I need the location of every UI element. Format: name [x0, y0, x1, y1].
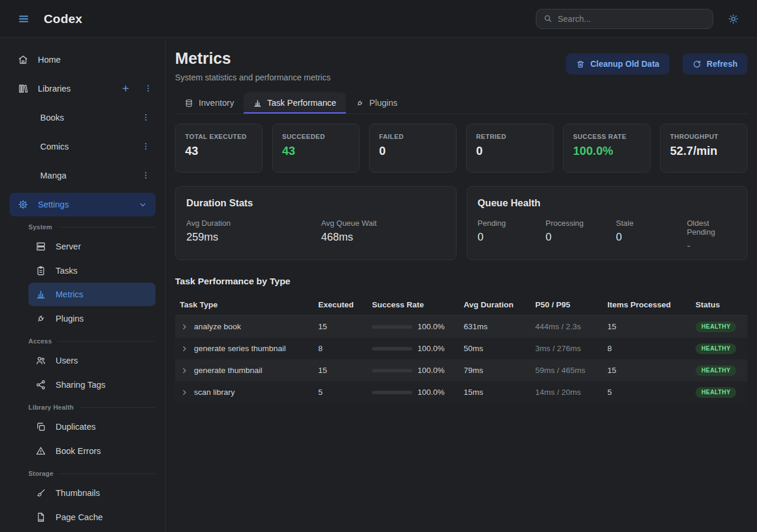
topbar: Codex [0, 0, 757, 38]
tab-inventory[interactable]: Inventory [175, 92, 244, 113]
column-header: Success Rate [372, 300, 464, 309]
stat-throughput: THROUGHPUT 52.7/min [660, 124, 748, 173]
sidebar-item-label: Sharing Tags [56, 380, 105, 390]
sidebar-section-storage: Storage [28, 470, 156, 477]
search-box[interactable] [536, 9, 713, 29]
sidebar-item-home[interactable]: Home [0, 45, 165, 74]
table-row[interactable]: analyze book 15 100.0% 631ms 444ms / 2.3… [175, 316, 748, 338]
bar-chart-icon [35, 289, 46, 300]
expand-chevron-icon[interactable] [180, 388, 189, 397]
sidebar-item-label: Comics [40, 142, 139, 151]
hamburger-icon [18, 14, 29, 24]
sidebar-item-label: Tasks [56, 266, 77, 275]
success-rate-bar [372, 369, 412, 372]
success-rate-value: 100.0% [418, 388, 445, 397]
status-badge: HEALTHY [695, 387, 736, 398]
search-input[interactable] [558, 14, 706, 24]
status-badge: HEALTHY [695, 343, 736, 354]
sidebar-item-thumbnails[interactable]: Thumbnails [0, 481, 165, 505]
kebab-icon [141, 171, 150, 180]
refresh-icon [693, 60, 701, 69]
tab-task-performance[interactable]: Task Performance [244, 92, 346, 113]
metric-value: 0 [546, 231, 616, 244]
p50-p95: 14ms / 20ms [535, 388, 607, 397]
sidebar-item-books[interactable]: Books [0, 103, 165, 132]
sidebar-section-access: Access [28, 338, 156, 345]
executed-count: 15 [318, 322, 372, 331]
warning-icon [35, 446, 46, 456]
avg-duration: 50ms [464, 344, 535, 353]
sidebar-item-tasks[interactable]: Tasks [0, 258, 165, 283]
metric-label: Stale [616, 219, 687, 228]
books-menu-button[interactable] [139, 111, 152, 124]
task-type: analyze book [194, 322, 241, 331]
sidebar-item-users[interactable]: Users [0, 348, 165, 372]
expand-chevron-icon[interactable] [180, 323, 189, 331]
comics-menu-button[interactable] [139, 140, 152, 153]
table-row[interactable]: generate thumbnail 15 100.0% 79ms 59ms /… [175, 359, 748, 381]
status-badge: HEALTHY [695, 322, 736, 332]
add-library-button[interactable] [119, 82, 132, 95]
paintbrush-icon [35, 488, 46, 498]
sidebar-item-comics[interactable]: Comics [0, 132, 165, 161]
sidebar-item-metrics[interactable]: Metrics [28, 283, 156, 306]
card-title: Queue Health [478, 197, 737, 209]
theme-toggle-button[interactable] [723, 8, 744, 30]
items-processed: 15 [607, 366, 695, 375]
manga-menu-button[interactable] [139, 169, 152, 182]
duration-stats-card: Duration Stats Avg Duration 259ms Avg Qu… [175, 186, 457, 260]
sidebar-item-label: Users [56, 356, 78, 365]
avg-duration: 15ms [464, 388, 535, 397]
sidebar-item-label: Manga [40, 171, 139, 180]
metric-label: Processing [546, 219, 616, 228]
sidebar-item-page-cache[interactable]: PDF Page Cache [0, 505, 165, 529]
metric-value: 259ms [186, 231, 321, 244]
bar-chart-icon [253, 99, 262, 108]
success-rate-bar [372, 347, 412, 351]
table-row[interactable]: generate series thumbnail 8 100.0% 50ms … [175, 338, 748, 359]
sidebar-item-label: Libraries [38, 84, 109, 93]
sidebar-item-book-errors[interactable]: Book Errors [0, 439, 165, 463]
p50-p95: 444ms / 2.3s [535, 322, 607, 331]
metric-processing: Processing 0 [546, 219, 616, 252]
sidebar-item-label: Books [40, 113, 139, 122]
stat-value: 0 [476, 144, 544, 158]
sidebar-item-duplicates[interactable]: Duplicates [0, 414, 165, 439]
menu-toggle-button[interactable] [12, 7, 35, 31]
page-subtitle: System statistics and performance metric… [175, 73, 331, 82]
stat-label: SUCCESS RATE [573, 133, 640, 140]
sidebar-item-label: Duplicates [56, 422, 96, 432]
main-content: Metrics System statistics and performanc… [166, 38, 757, 532]
trash-icon [576, 60, 585, 69]
sidebar-item-libraries[interactable]: Libraries [0, 74, 165, 103]
server-icon [35, 241, 46, 252]
tab-plugins[interactable]: Plugins [346, 92, 407, 113]
sidebar: Home Libraries Books [0, 38, 166, 532]
plug-icon [35, 313, 46, 324]
metric-label: Avg Duration [186, 219, 321, 228]
success-rate-value: 100.0% [418, 366, 445, 375]
stat-value: 100.0% [573, 144, 640, 158]
cleanup-old-data-button[interactable]: Cleanup Old Data [566, 53, 669, 74]
stat-label: THROUGHPUT [670, 133, 737, 140]
refresh-button[interactable]: Refresh [682, 53, 748, 74]
sidebar-item-plugins[interactable]: Plugins [0, 306, 165, 330]
expand-chevron-icon[interactable] [180, 345, 189, 353]
sun-icon [728, 14, 739, 24]
button-label: Cleanup Old Data [590, 59, 659, 69]
tab-label: Task Performance [267, 98, 337, 108]
metric-value: 0 [616, 231, 687, 244]
sidebar-item-server[interactable]: Server [0, 234, 165, 258]
table-row[interactable]: scan library 5 100.0% 15ms 14ms / 20ms 5… [175, 381, 748, 403]
button-label: Refresh [707, 59, 737, 69]
sidebar-item-sharing-tags[interactable]: Sharing Tags [0, 372, 165, 397]
stat-cards: TOTAL EXECUTED 43 SUCCEEDED 43 FAILED 0 … [175, 124, 748, 173]
sidebar-item-settings[interactable]: Settings [9, 193, 156, 216]
metric-value: 0 [478, 231, 546, 244]
expand-chevron-icon[interactable] [180, 366, 189, 375]
libraries-menu-button[interactable] [141, 82, 154, 95]
stat-retried: RETRIED 0 [466, 124, 554, 173]
sidebar-item-manga[interactable]: Manga [0, 161, 165, 190]
stat-value: 0 [379, 144, 447, 158]
kebab-icon [141, 113, 150, 122]
